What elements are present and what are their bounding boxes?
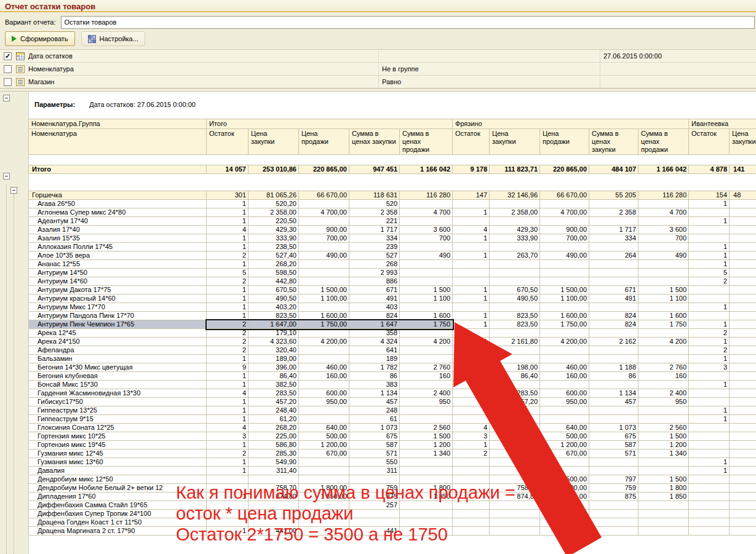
- value-cell[interactable]: 1 717: [349, 226, 400, 234]
- value-cell[interactable]: 1: [689, 320, 730, 329]
- nomenclature-cell[interactable]: Антуриум Пинк Чемпион 17*65: [29, 320, 207, 329]
- value-cell[interactable]: [689, 226, 730, 234]
- value-cell[interactable]: 198,00: [490, 363, 540, 372]
- value-cell[interactable]: 225,00: [490, 432, 540, 441]
- value-cell[interactable]: 311: [349, 467, 400, 475]
- value-cell[interactable]: 4 700,00: [299, 208, 349, 217]
- value-cell[interactable]: 759: [349, 484, 400, 493]
- value-cell[interactable]: [453, 415, 490, 424]
- value-cell[interactable]: [490, 346, 540, 355]
- value-cell[interactable]: 571: [589, 449, 639, 458]
- value-cell[interactable]: [589, 415, 639, 424]
- value-cell[interactable]: 1 500: [400, 286, 453, 295]
- value-cell[interactable]: 4: [207, 226, 249, 234]
- value-cell[interactable]: 48: [730, 191, 756, 200]
- value-cell[interactable]: [490, 243, 540, 251]
- value-cell[interactable]: [639, 510, 689, 518]
- value-cell[interactable]: 1: [689, 467, 730, 475]
- value-cell[interactable]: [730, 295, 756, 303]
- value-cell[interactable]: 1 200,00: [540, 441, 589, 449]
- value-cell[interactable]: 86: [349, 372, 400, 381]
- value-cell[interactable]: 1: [207, 458, 249, 467]
- value-cell[interactable]: 248: [349, 406, 400, 415]
- value-cell[interactable]: 670,00: [540, 449, 589, 458]
- value-cell[interactable]: 334: [589, 234, 639, 243]
- value-cell[interactable]: 823,50: [249, 312, 299, 320]
- value-cell[interactable]: 1: [207, 312, 249, 320]
- value-cell[interactable]: [400, 346, 453, 355]
- nomenclature-cell[interactable]: Диффенбахия Супер Тропик 24*100: [29, 510, 207, 518]
- value-cell[interactable]: [730, 234, 756, 243]
- value-cell[interactable]: 4 323,60: [249, 338, 299, 346]
- value-cell[interactable]: [453, 277, 490, 286]
- value-cell[interactable]: 403: [349, 303, 400, 312]
- value-cell[interactable]: 2 400: [400, 389, 453, 398]
- value-cell[interactable]: 1 500: [639, 475, 689, 484]
- value-cell[interactable]: 4 200,00: [299, 338, 349, 346]
- value-cell[interactable]: 950: [639, 398, 689, 406]
- nomenclature-cell[interactable]: Гортензия микс 19*45: [29, 441, 207, 449]
- value-cell[interactable]: [730, 243, 756, 251]
- value-cell[interactable]: [639, 200, 689, 208]
- value-cell[interactable]: 1: [689, 415, 730, 424]
- value-cell[interactable]: [689, 432, 730, 441]
- value-cell[interactable]: [400, 510, 453, 518]
- value-cell[interactable]: 675: [349, 432, 400, 441]
- nomenclature-cell[interactable]: Антуриум 14*60: [29, 277, 207, 286]
- value-cell[interactable]: 2 560: [639, 424, 689, 432]
- filter-checkbox-nomenclature[interactable]: [4, 65, 12, 73]
- value-cell[interactable]: [730, 286, 756, 295]
- value-cell[interactable]: 283,50: [490, 389, 540, 398]
- value-cell[interactable]: [689, 527, 730, 536]
- value-cell[interactable]: [689, 398, 730, 406]
- value-cell[interactable]: 586,80: [249, 441, 299, 449]
- value-cell[interactable]: 1: [689, 303, 730, 312]
- value-cell[interactable]: 758,70: [249, 484, 299, 493]
- value-cell[interactable]: [207, 484, 249, 493]
- value-cell[interactable]: [400, 277, 453, 286]
- value-cell[interactable]: [453, 329, 490, 338]
- value-cell[interactable]: 1: [207, 493, 249, 501]
- value-cell[interactable]: [730, 449, 756, 458]
- value-cell[interactable]: 527,40: [249, 251, 299, 260]
- nomenclature-cell[interactable]: Аглонема Супер микс 24*80: [29, 208, 207, 217]
- nomenclature-cell[interactable]: Гиппеаструм 13*25: [29, 406, 207, 415]
- value-cell[interactable]: [730, 441, 756, 449]
- value-cell[interactable]: 457,20: [249, 398, 299, 406]
- value-cell[interactable]: 141: [730, 165, 756, 174]
- value-cell[interactable]: 2 358,00: [490, 208, 540, 217]
- value-cell[interactable]: [453, 355, 490, 363]
- value-cell[interactable]: [730, 475, 756, 484]
- value-cell[interactable]: [540, 346, 589, 355]
- nomenclature-cell[interactable]: Диффенбахия Самма Стайл 19*65: [29, 501, 207, 510]
- value-cell[interactable]: 491: [589, 295, 639, 303]
- value-cell[interactable]: [299, 200, 349, 208]
- value-cell[interactable]: 875: [589, 493, 639, 501]
- value-cell[interactable]: 1 750: [400, 320, 453, 329]
- value-cell[interactable]: [299, 518, 349, 527]
- value-cell[interactable]: [453, 243, 490, 251]
- value-cell[interactable]: 2: [689, 277, 730, 286]
- value-cell[interactable]: 2: [207, 338, 249, 346]
- value-cell[interactable]: 2: [207, 346, 249, 355]
- value-cell[interactable]: [349, 518, 400, 527]
- value-cell[interactable]: 1 500: [400, 432, 453, 441]
- value-cell[interactable]: 268: [349, 260, 400, 269]
- value-cell[interactable]: 160: [639, 372, 689, 381]
- value-cell[interactable]: [490, 510, 540, 518]
- value-cell[interactable]: 1: [689, 200, 730, 208]
- value-cell[interactable]: 4: [453, 226, 490, 234]
- value-cell[interactable]: [400, 217, 453, 226]
- value-cell[interactable]: 900,00: [540, 226, 589, 234]
- value-cell[interactable]: 4 324: [349, 338, 400, 346]
- value-cell[interactable]: 2: [207, 449, 249, 458]
- value-cell[interactable]: [589, 346, 639, 355]
- value-cell[interactable]: 2 760: [639, 363, 689, 372]
- collapse-minus-icon[interactable]: [3, 173, 10, 180]
- value-cell[interactable]: 160: [400, 372, 453, 381]
- value-cell[interactable]: 460,00: [299, 363, 349, 372]
- value-cell[interactable]: [299, 329, 349, 338]
- value-cell[interactable]: 263,70: [490, 251, 540, 260]
- value-cell[interactable]: 700: [639, 234, 689, 243]
- value-cell[interactable]: [730, 260, 756, 269]
